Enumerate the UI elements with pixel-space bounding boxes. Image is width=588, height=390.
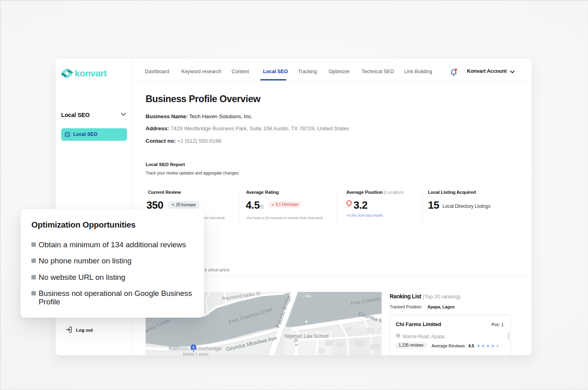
svg-text:Nigerian Law School: Nigerian Law School [284, 333, 329, 339]
svg-text:Hotel Lagos: Hotel Lagos [183, 352, 209, 355]
svg-text:e St: e St [294, 338, 298, 346]
